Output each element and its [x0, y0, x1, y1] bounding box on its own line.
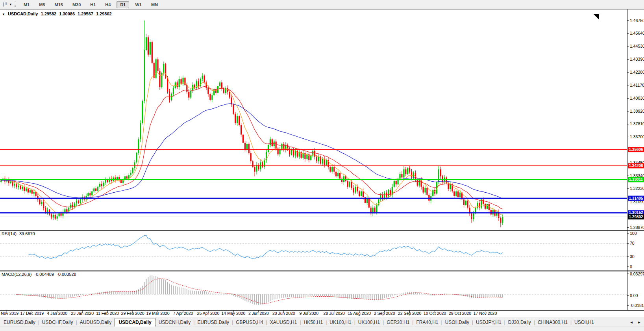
bottom-tab-USDCNH-Daily[interactable]: USDCNH,Daily — [155, 318, 194, 326]
bottom-tab-GER30-H1[interactable]: GER30,H1 — [383, 318, 413, 326]
date-tick-label: 17 Nov 2020 — [474, 311, 497, 316]
svg-text:0.00: 0.00 — [630, 293, 638, 298]
date-tick-label: 10 Oct 2020 — [424, 311, 446, 316]
date-tick-label: 15 Aug 2020 — [348, 311, 371, 316]
rsi-name: RSI(14) — [2, 231, 17, 236]
date-tick-label: 22 Sep 2020 — [398, 311, 422, 316]
chart-window: 100703000.0329720.00-0.0181541.467501.45… — [0, 9, 644, 317]
svg-text:1.45640: 1.45640 — [630, 31, 644, 35]
bottom-tab-USDJPY-H1[interactable]: USDJPY,H1 — [472, 318, 505, 326]
date-tick-label: 11 Feb 2020 — [96, 311, 119, 316]
date-tick-label: 3 Sep 2020 — [374, 311, 395, 316]
main-price-pane — [0, 20, 627, 227]
svg-text:0: 0 — [630, 264, 632, 269]
svg-text:-0.018154: -0.018154 — [630, 303, 644, 308]
date-tick-label: 20 Jun 2020 — [272, 311, 295, 316]
ma-line-55 — [1, 104, 503, 199]
macd-value: -0.004489 — [34, 272, 54, 277]
dropdown-caret-icon[interactable]: ▼ — [9, 3, 12, 6]
bottom-tab-XAUUSD-H1[interactable]: XAUUSD,H1 — [266, 318, 301, 326]
macd-name: MACD(12,26,9) — [2, 272, 31, 277]
svg-text:1.28870: 1.28870 — [630, 225, 644, 230]
bottom-tab-CHINA300-H1[interactable]: CHINA300,H1 — [534, 318, 571, 326]
ohlc-close: 1.29802 — [96, 11, 112, 16]
timeframe-button-H1[interactable]: H1 — [87, 1, 99, 8]
svg-text:1.29802: 1.29802 — [629, 215, 644, 219]
bottom-tab-EURUSD-Daily[interactable]: EURUSD,Daily — [0, 318, 39, 326]
chart-title: ▼ USDCAD,Daily 1.29582 1.30086 1.29567 1… — [2, 11, 113, 16]
status-strip — [0, 327, 644, 331]
date-tick-label: 28 Nov 2019 — [0, 311, 19, 316]
rsi-value: 39.6670 — [19, 231, 35, 236]
svg-text:1.36700: 1.36700 — [630, 134, 644, 139]
rsi-label: RSI(14) 39.6670 — [2, 231, 37, 236]
mini-chart-icon — [2, 2, 8, 7]
bottom-tab-UK100-H1[interactable]: UK100,H1 — [326, 318, 355, 326]
bottom-tab-USOil-Daily[interactable]: USOil,Daily — [442, 318, 473, 326]
bottom-tab-GBPUSD-H4[interactable]: GBPUSD,H4 — [232, 318, 266, 326]
timeframe-buttons: M1M5M15M30H1H4D1W1MN — [19, 1, 163, 8]
svg-text:0.032972: 0.032972 — [630, 271, 644, 276]
chart-symbol-label: USDCAD,Daily — [8, 11, 38, 16]
rsi-line — [28, 235, 502, 259]
date-tick-label: 7 Apr 2020 — [173, 311, 193, 316]
date-tick-label: 29 Feb 2020 — [121, 311, 144, 316]
chart-canvas[interactable]: 100703000.0329720.00-0.0181541.467501.45… — [0, 9, 644, 313]
svg-text:1.42280: 1.42280 — [630, 70, 644, 74]
svg-text:30: 30 — [630, 254, 635, 259]
bottom-tab-FRA40-H1[interactable]: FRA40,H1 — [413, 318, 442, 326]
timeframe-button-M1[interactable]: M1 — [20, 1, 33, 8]
date-tick-label: 4 Jan 2020 — [47, 311, 67, 316]
svg-text:1.40030: 1.40030 — [630, 96, 644, 100]
tab-scroll-arrows[interactable]: ◄ ► — [630, 320, 642, 324]
svg-text:1.41170: 1.41170 — [630, 83, 644, 87]
timeframe-button-MN[interactable]: MN — [148, 1, 161, 8]
svg-text:1.37810: 1.37810 — [630, 121, 644, 126]
chart-shift-marker — [593, 14, 599, 19]
date-tick-label: 19 Mar 2020 — [146, 311, 170, 316]
timeframe-button-M30[interactable]: M30 — [69, 1, 84, 8]
macd-signal-line — [17, 279, 503, 303]
mt4-window: ▼ M1M5M15M30H1H4D1W1MN 100703000.0329720… — [0, 0, 644, 331]
collapse-icon[interactable]: ▼ — [2, 13, 5, 16]
bottom-tab-USDCHF-Daily[interactable]: USDCHF,Daily — [39, 318, 77, 326]
bottom-tab-UK100-H1[interactable]: UK100,H1 — [355, 318, 383, 326]
bottom-tab-DJ30-Daily[interactable]: DJ30,Daily — [505, 318, 535, 326]
macd-signal-value: -0.003528 — [57, 272, 76, 277]
timeframe-button-D1[interactable]: D1 — [117, 1, 129, 8]
ohlc-open: 1.29582 — [41, 11, 56, 16]
svg-text:1.32230: 1.32230 — [630, 186, 644, 191]
bottom-tab-USDCAD-Daily[interactable]: USDCAD,Daily — [115, 318, 155, 327]
svg-text:100: 100 — [630, 231, 637, 236]
svg-text:1.35606: 1.35606 — [629, 147, 644, 152]
timeframe-button-W1[interactable]: W1 — [131, 1, 145, 8]
svg-text:1.33011: 1.33011 — [629, 177, 643, 182]
date-tick-label: 17 Dec 2019 — [20, 311, 44, 316]
price-axis[interactable]: 1.467501.456401.445301.433901.422801.411… — [627, 18, 644, 230]
macd-label: MACD(12,26,9) -0.004489 -0.003528 — [2, 272, 78, 277]
svg-text:70: 70 — [630, 241, 635, 245]
timeframe-button-M5[interactable]: M5 — [35, 1, 48, 8]
date-axis[interactable]: 28 Nov 201917 Dec 20194 Jan 202023 Jan 2… — [0, 311, 627, 316]
date-tick-label: 2 Jun 2020 — [248, 311, 269, 316]
chart-cursor-icon[interactable] — [1, 1, 9, 7]
bottom-tab-HK50-H1[interactable]: HK50,H1 — [300, 318, 327, 326]
svg-text:1.34206: 1.34206 — [629, 164, 644, 168]
timeframe-button-M15[interactable]: M15 — [51, 1, 66, 8]
bottom-tab-AUDUSD-Daily[interactable]: AUDUSD,Daily — [76, 318, 115, 326]
rsi-pane: 10070300 — [0, 231, 637, 269]
bottom-tab-USOil-H1[interactable]: USOil,H1 — [571, 318, 598, 326]
date-tick-label: 9 Jul 2020 — [300, 311, 318, 316]
date-tick-label: 25 Apr 2020 — [197, 311, 220, 316]
date-tick-label: 28 Jul 2020 — [324, 311, 345, 316]
date-tick-label: 14 May 2020 — [222, 311, 246, 316]
macd-pane: 0.0329720.00-0.018154 — [0, 271, 644, 308]
svg-text:1.38920: 1.38920 — [630, 109, 644, 113]
timeframe-button-H4[interactable]: H4 — [102, 1, 114, 8]
svg-text:1.31405: 1.31405 — [629, 196, 644, 201]
bottom-tab-EURUSD-Daily[interactable]: EURUSD,Daily — [194, 318, 233, 326]
chart-tab-bar: EURUSD,Daily|USDCHF,Daily|AUDUSD,Daily|U… — [0, 317, 644, 327]
date-tick-label: 23 Jan 2020 — [71, 311, 94, 316]
toolbar-grip[interactable] — [15, 2, 16, 7]
svg-text:1.44530: 1.44530 — [630, 44, 644, 48]
